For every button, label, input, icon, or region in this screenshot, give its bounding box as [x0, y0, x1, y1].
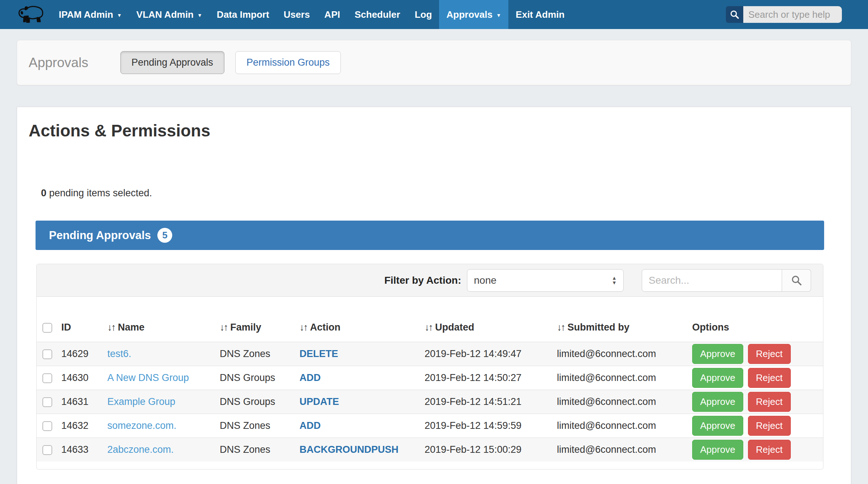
- pending-approvals-header: Pending Approvals 5: [36, 221, 824, 250]
- nav-item-ipam-admin[interactable]: IPAM Admin▼: [51, 0, 129, 29]
- reject-button[interactable]: Reject: [748, 416, 791, 436]
- name-link[interactable]: Example Group: [107, 396, 175, 407]
- action-link[interactable]: BACKGROUNDPUSH: [299, 444, 398, 455]
- table-row: 14630 A New DNS Group DNS Groups ADD 201…: [37, 366, 823, 390]
- cell-id: 14633: [61, 438, 107, 462]
- row-checkbox[interactable]: [42, 397, 52, 407]
- column-header-options: Options: [692, 297, 823, 342]
- nav-item-vlan-admin[interactable]: VLAN Admin▼: [129, 0, 210, 29]
- caret-down-icon: ▼: [197, 12, 202, 18]
- pending-approvals-title: Pending Approvals: [49, 229, 151, 242]
- column-label: Options: [692, 322, 729, 333]
- navbar-search-input[interactable]: [743, 6, 842, 23]
- column-label: ID: [61, 322, 71, 333]
- nav-item-users[interactable]: Users: [276, 0, 317, 29]
- approve-button[interactable]: Approve: [692, 368, 743, 388]
- table-search-input[interactable]: [642, 269, 782, 292]
- nav-item-api[interactable]: API: [317, 0, 347, 29]
- cell-id: 14630: [61, 366, 107, 390]
- select-all-checkbox[interactable]: [42, 323, 52, 333]
- actions-permissions-panel: Actions & Permissions 0 pending items se…: [17, 107, 851, 484]
- nav-item-exit-admin[interactable]: Exit Admin: [508, 0, 572, 29]
- filter-by-action-label: Filter by Action:: [384, 275, 461, 286]
- row-checkbox[interactable]: [42, 445, 52, 455]
- approve-button[interactable]: Approve: [692, 392, 743, 412]
- cell-updated: 2019-Feb-12 14:49:47: [425, 342, 557, 366]
- sort-icon: ↓↑: [557, 322, 565, 333]
- tab-pending-approvals[interactable]: Pending Approvals: [120, 51, 224, 74]
- sort-icon: ↓↑: [220, 322, 227, 333]
- count-badge: 5: [157, 228, 172, 243]
- cell-id: 14629: [61, 342, 107, 366]
- action-filter-select[interactable]: none ▲▼: [467, 269, 624, 292]
- nav-item-label: Users: [284, 9, 310, 20]
- column-header-updated[interactable]: ↓↑Updated: [425, 297, 557, 342]
- approve-button[interactable]: Approve: [692, 344, 743, 364]
- column-label: Updated: [435, 322, 474, 333]
- action-link[interactable]: DELETE: [299, 348, 338, 359]
- column-header-name[interactable]: ↓↑Name: [107, 297, 220, 342]
- cell-id: 14632: [61, 414, 107, 438]
- nav-item-label: API: [325, 9, 340, 20]
- navbar-search-icon-box: [726, 6, 743, 23]
- table-search-button[interactable]: [782, 269, 811, 292]
- nav-menu: IPAM Admin▼ VLAN Admin▼ Data Import User…: [51, 0, 572, 29]
- nav-item-log[interactable]: Log: [408, 0, 439, 29]
- tab-permission-groups[interactable]: Permission Groups: [235, 51, 341, 74]
- cell-updated: 2019-Feb-12 14:59:59: [425, 414, 557, 438]
- column-label: Name: [118, 322, 145, 333]
- name-link[interactable]: test6.: [107, 348, 131, 359]
- column-header-submitted-by[interactable]: ↓↑Submitted by: [557, 297, 692, 342]
- provision-panda-logo[interactable]: [17, 3, 46, 26]
- cell-submitted-by: limited@6connect.com: [557, 390, 692, 414]
- navbar-search: [726, 6, 842, 23]
- name-link[interactable]: A New DNS Group: [107, 372, 189, 383]
- action-link[interactable]: ADD: [299, 420, 321, 431]
- sort-icon: ↓↑: [299, 322, 307, 333]
- table-search: [642, 269, 811, 292]
- cell-updated: 2019-Feb-12 14:50:27: [425, 366, 557, 390]
- page-title: Approvals: [29, 55, 88, 70]
- action-link[interactable]: UPDATE: [299, 396, 339, 407]
- nav-item-label: Data Import: [217, 9, 269, 20]
- cell-family: DNS Groups: [220, 366, 299, 390]
- column-label: Family: [230, 322, 261, 333]
- approve-button[interactable]: Approve: [692, 416, 743, 436]
- name-link[interactable]: 2abczone.com.: [107, 444, 174, 455]
- column-header-action[interactable]: ↓↑Action: [299, 297, 425, 342]
- cell-family: DNS Zones: [220, 438, 299, 462]
- search-icon: [790, 274, 803, 287]
- row-checkbox[interactable]: [42, 373, 52, 383]
- cell-submitted-by: limited@6connect.com: [557, 414, 692, 438]
- action-link[interactable]: ADD: [299, 372, 321, 383]
- column-header-family[interactable]: ↓↑Family: [220, 297, 299, 342]
- reject-button[interactable]: Reject: [748, 440, 791, 460]
- approvals-table-container: Filter by Action: none ▲▼: [36, 264, 823, 469]
- table-row: 14632 somezone.com. DNS Zones ADD 2019-F…: [37, 414, 823, 438]
- selected-count-suffix: pending items selected.: [46, 188, 152, 198]
- top-navbar: IPAM Admin▼ VLAN Admin▼ Data Import User…: [0, 0, 868, 29]
- nav-item-label: IPAM Admin: [59, 9, 113, 20]
- row-checkbox[interactable]: [42, 421, 52, 431]
- sort-icon: ↓↑: [425, 322, 432, 333]
- nav-item-approvals[interactable]: Approvals▼: [439, 0, 508, 29]
- column-header-id: ID: [61, 297, 107, 342]
- table-row: 14633 2abczone.com. DNS Zones BACKGROUND…: [37, 438, 823, 462]
- reject-button[interactable]: Reject: [748, 392, 791, 412]
- row-checkbox[interactable]: [42, 349, 52, 359]
- cell-updated: 2019-Feb-12 15:00:29: [425, 438, 557, 462]
- nav-item-scheduler[interactable]: Scheduler: [347, 0, 408, 29]
- name-link[interactable]: somezone.com.: [107, 420, 177, 431]
- reject-button[interactable]: Reject: [748, 344, 791, 364]
- action-filter-selected-value: none: [474, 275, 496, 286]
- page-header: Approvals Pending Approvals Permission G…: [17, 40, 851, 85]
- column-label: Action: [310, 322, 340, 333]
- sort-icon: ↓↑: [107, 322, 115, 333]
- nav-item-data-import[interactable]: Data Import: [210, 0, 276, 29]
- column-label: Submitted by: [567, 322, 629, 333]
- selected-count-text: 0 pending items selected.: [17, 188, 851, 199]
- reject-button[interactable]: Reject: [748, 368, 791, 388]
- search-icon: [729, 9, 740, 20]
- approve-button[interactable]: Approve: [692, 440, 743, 460]
- nav-item-label: Approvals: [446, 9, 492, 20]
